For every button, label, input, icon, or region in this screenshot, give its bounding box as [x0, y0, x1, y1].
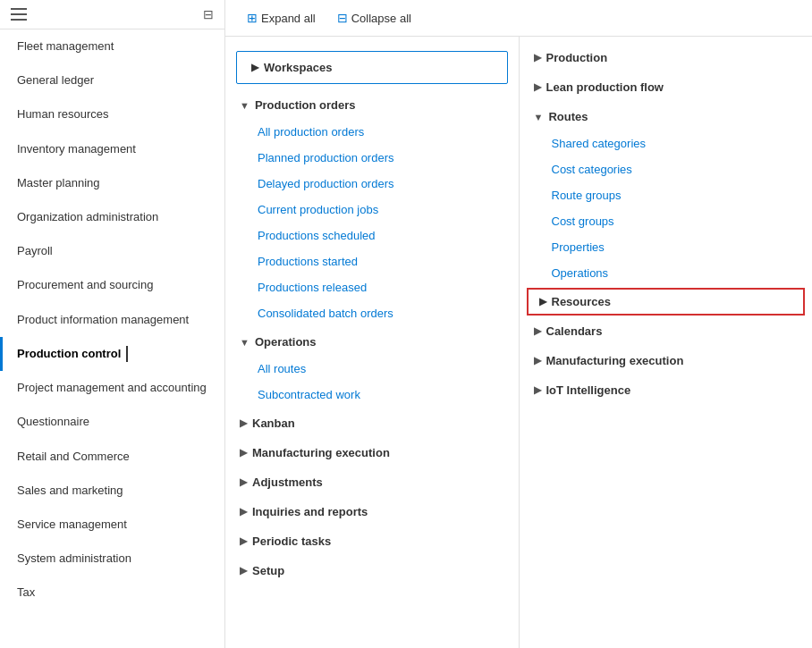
- section-header[interactable]: ▶Calendars: [520, 317, 813, 345]
- chevron-icon: ▶: [240, 447, 247, 459]
- section-header[interactable]: ▶Periodic tasks: [225, 527, 519, 555]
- section-title: Setup: [252, 564, 284, 577]
- chevron-icon: ▶: [240, 565, 247, 576]
- menu-section-calendars: ▶Calendars: [520, 317, 813, 345]
- collapse-all-label: Collapse all: [351, 12, 411, 25]
- menu-section-setup: ▶Setup: [225, 557, 519, 585]
- sidebar-item-payroll[interactable]: Payroll: [0, 234, 224, 268]
- section-title: IoT Intelligence: [546, 383, 631, 397]
- pin-icon[interactable]: ⊟: [203, 7, 214, 21]
- menu-leaf-item[interactable]: Properties: [520, 234, 813, 260]
- section-title: Lean production flow: [546, 80, 664, 94]
- sidebar-item-label: Questionnaire: [17, 415, 89, 428]
- section-header[interactable]: ▼Operations: [225, 328, 519, 356]
- section-header[interactable]: ▶Adjustments: [225, 468, 519, 496]
- section-title: Production orders: [255, 98, 356, 112]
- sidebar-item-retail-and-commerce[interactable]: Retail and Commerce: [0, 440, 224, 474]
- sidebar-item-label: Project management and accounting: [17, 381, 207, 394]
- sidebar-item-label: Human resources: [17, 107, 109, 121]
- resources-highlighted-item[interactable]: ▶Resources: [527, 288, 806, 316]
- menu-leaf-item[interactable]: Current production jobs: [225, 197, 519, 223]
- section-title: Calendars: [546, 324, 603, 338]
- menu-leaf-item[interactable]: Cost groups: [520, 208, 813, 234]
- sidebar-nav: Fleet managementGeneral ledgerHuman reso…: [0, 29, 224, 610]
- menu-section-iot-intelligence: ▶IoT Intelligence: [520, 376, 813, 404]
- menu-leaf-item[interactable]: Operations: [520, 260, 813, 286]
- menu-section-adjustments: ▶Adjustments: [225, 468, 519, 496]
- menu-leaf-item[interactable]: Productions released: [225, 274, 519, 300]
- sidebar-item-product-information-management[interactable]: Product information management: [0, 303, 224, 337]
- sidebar-item-master-planning[interactable]: Master planning: [0, 166, 224, 200]
- sidebar-item-inventory-management[interactable]: Inventory management: [0, 132, 224, 166]
- sidebar-item-organization-administration[interactable]: Organization administration: [0, 200, 224, 234]
- workspaces-label: Workspaces: [264, 61, 332, 74]
- sidebar-item-label: System administration: [17, 551, 131, 565]
- menu-leaf-item[interactable]: Cost categories: [520, 156, 813, 182]
- chevron-icon: ▶: [240, 476, 247, 488]
- section-header[interactable]: ▶Inquiries and reports: [225, 498, 519, 526]
- menu-leaf-item[interactable]: All routes: [225, 356, 519, 382]
- section-title: Inquiries and reports: [252, 505, 368, 518]
- chevron-icon: ▶: [240, 417, 247, 429]
- sidebar-item-service-management[interactable]: Service management: [0, 508, 224, 542]
- resources-label: Resources: [552, 295, 611, 308]
- sidebar-item-label: Fleet management: [17, 39, 114, 53]
- menu-leaf-item[interactable]: Productions scheduled: [225, 223, 519, 248]
- sidebar-item-general-ledger[interactable]: General ledger: [0, 63, 224, 97]
- section-header[interactable]: ▶Lean production flow: [520, 73, 813, 101]
- sidebar-item-label: Procurement and sourcing: [17, 278, 153, 291]
- collapse-all-button[interactable]: ⊟ Collapse all: [330, 7, 419, 29]
- sidebar-item-tax[interactable]: Tax: [0, 576, 224, 610]
- sidebar-item-label: Product information management: [17, 313, 189, 326]
- section-title: Manufacturing execution: [252, 446, 390, 459]
- chevron-icon: ▶: [240, 506, 247, 518]
- section-title: Kanban: [252, 417, 295, 430]
- menu-leaf-item[interactable]: Subcontracted work: [225, 382, 519, 408]
- section-header[interactable]: ▶Kanban: [225, 409, 519, 437]
- col2-sections: ▶Production▶Lean production flow▼RoutesS…: [520, 44, 813, 404]
- menu-leaf-item[interactable]: Consolidated batch orders: [225, 300, 519, 326]
- expand-all-button[interactable]: ⊞ Expand all: [240, 7, 323, 29]
- menu-area: ▶ Workspaces ▼Production ordersAll produ…: [225, 37, 812, 648]
- sidebar-item-procurement-and-sourcing[interactable]: Procurement and sourcing: [0, 268, 224, 302]
- menu-leaf-item[interactable]: Productions started: [225, 248, 519, 274]
- section-header[interactable]: ▼Routes: [520, 103, 813, 130]
- menu-leaf-item[interactable]: All production orders: [225, 119, 519, 145]
- menu-leaf-item[interactable]: Delayed production orders: [225, 171, 519, 197]
- sidebar-item-system-administration[interactable]: System administration: [0, 542, 224, 576]
- menu-leaf-item[interactable]: Planned production orders: [225, 145, 519, 171]
- section-header[interactable]: ▶IoT Intelligence: [520, 376, 813, 404]
- main-content: ⊞ Expand all ⊟ Collapse all ▶ Workspaces…: [225, 0, 812, 648]
- section-header[interactable]: ▶Production: [520, 44, 813, 72]
- sidebar-item-sales-and-marketing[interactable]: Sales and marketing: [0, 474, 224, 508]
- section-title: Adjustments: [252, 475, 323, 489]
- chevron-icon: ▼: [534, 112, 544, 122]
- menu-section-lean-production-flow: ▶Lean production flow: [520, 73, 813, 101]
- sidebar: ⊟ Fleet managementGeneral ledgerHuman re…: [0, 0, 225, 648]
- sidebar-item-label: Production control: [17, 347, 121, 360]
- section-header[interactable]: ▼Production orders: [225, 91, 519, 119]
- sidebar-item-production-control[interactable]: Production control: [0, 337, 224, 372]
- menu-section-production-orders: ▼Production ordersAll production ordersP…: [225, 91, 519, 326]
- menu-leaf-item[interactable]: Shared categories: [520, 130, 813, 156]
- workspaces-item[interactable]: ▶ Workspaces: [236, 51, 508, 84]
- section-header[interactable]: ▶Manufacturing execution: [225, 439, 519, 467]
- section-header[interactable]: ▶Setup: [225, 557, 519, 585]
- section-header[interactable]: ▶Manufacturing execution: [520, 347, 813, 374]
- sidebar-item-fleet-management[interactable]: Fleet management: [0, 29, 224, 63]
- chevron-icon: ▼: [240, 100, 250, 111]
- sidebar-item-project-management-and-accounting[interactable]: Project management and accounting: [0, 371, 224, 405]
- toolbar: ⊞ Expand all ⊟ Collapse all: [225, 0, 812, 37]
- sidebar-item-label: Organization administration: [17, 210, 158, 223]
- chevron-icon: ▶: [534, 355, 541, 366]
- sidebar-item-questionnaire[interactable]: Questionnaire: [0, 405, 224, 439]
- chevron-icon: ▶: [534, 325, 541, 337]
- sidebar-item-label: Tax: [17, 585, 35, 599]
- menu-leaf-item[interactable]: Route groups: [520, 182, 813, 208]
- sidebar-item-label: General ledger: [17, 73, 94, 87]
- sidebar-item-human-resources[interactable]: Human resources: [0, 97, 224, 131]
- hamburger-icon[interactable]: [11, 8, 27, 21]
- chevron-right-icon: ▶: [251, 62, 258, 73]
- col1-sections: ▼Production ordersAll production ordersP…: [225, 91, 519, 585]
- menu-section-manufacturing-execution: ▶Manufacturing execution: [225, 439, 519, 467]
